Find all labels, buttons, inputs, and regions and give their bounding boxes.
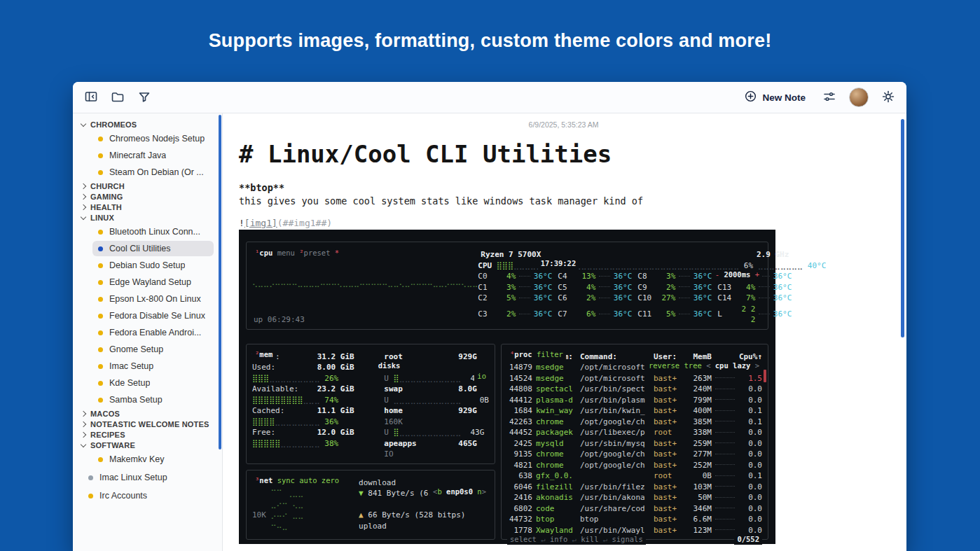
toolbar: New Note	[73, 82, 906, 113]
sidebar-toggle-button[interactable]	[84, 90, 98, 106]
tree-row[interactable]: MACOS	[73, 409, 222, 419]
tree-row[interactable]: GAMING	[73, 192, 222, 202]
note-heading[interactable]: # Linux/Cool CLI Utilities	[239, 140, 888, 168]
cpu-core-cell: C0 4% 36°C	[478, 271, 552, 282]
note-color-dot	[98, 347, 103, 352]
cpu-core-cell: C4 13% 36°C	[558, 271, 632, 282]
sliders-icon	[822, 90, 836, 106]
btop-mem-box: ²mem disks io Total: 31.2 GiBUsed: 8.00 …	[246, 344, 495, 464]
tree-row[interactable]: Imac Linux Setup	[83, 470, 214, 485]
chevron-icon	[81, 204, 86, 210]
note-color-dot	[98, 297, 103, 302]
tree-row[interactable]: HEALTH	[73, 202, 222, 212]
folders-button[interactable]	[111, 90, 125, 106]
tree-row[interactable]: Edge Wayland Setup	[92, 274, 214, 290]
note-color-dot	[88, 475, 93, 480]
tree-row[interactable]: Makemkv Key	[92, 452, 214, 467]
markdown-image-ref: (##img1##)	[277, 218, 332, 228]
settings-button[interactable]	[881, 90, 895, 106]
tree-row-label: Fedora Disable Se Linux	[109, 311, 205, 321]
tree-row-label: NOTEASTIC WELCOME NOTES	[90, 420, 209, 428]
proc-box-title: ⁴proc filter	[507, 349, 566, 361]
filter-button[interactable]	[137, 90, 151, 106]
note-color-dot	[98, 280, 103, 285]
markdown-bang: !	[239, 218, 244, 228]
note-color-dot	[98, 263, 103, 268]
process-row: 6802 code /usr/share/cod bast+ 346M 0.0	[507, 503, 762, 515]
cpu-core-cell: C7 6% 36°C	[558, 304, 632, 326]
tree-row-label: Debian Sudo Setup	[109, 260, 185, 270]
process-row: 2425 mysqld /usr/sbin/mysq bast+ 259M 0.…	[507, 438, 762, 449]
process-row: 44412 plasma-d /usr/bin/plasm bast+ 799M…	[507, 395, 762, 406]
tree-row-label: HEALTH	[90, 203, 122, 211]
chevron-icon	[81, 442, 86, 447]
tree-row[interactable]: NOTEASTIC WELCOME NOTES	[73, 419, 222, 429]
tree-row-label: Cool Cli Utilities	[109, 244, 171, 253]
cpu-history-graph: ⠢⠤⠤⠔⠒⠒⠒⠒⠤⠤⠤⠤⠒⠒⠒⠢⠤⠤⠤⠒⠒⠒⠒⠒⠤⠤⠢⠤⠒⠒⠒⠒⠤⠤⠔⠒⠒⠢⠤⠤	[252, 280, 478, 291]
tree-row[interactable]: LINUX	[73, 213, 222, 223]
editor-scrollbar[interactable]	[901, 119, 904, 337]
note-bold-line[interactable]: **btop**	[239, 182, 888, 193]
btop-cpu-box: ¹cpu menu ²preset * 17:39:22 - 2000ms + …	[246, 242, 768, 330]
note-color-dot	[98, 398, 103, 403]
proc-footer: select ↵ info ↵ kill ↵ signals 0/552	[507, 534, 762, 545]
new-note-label: New Note	[762, 92, 806, 103]
note-timestamp: 6/9/2025, 5:35:23 AM	[239, 120, 888, 129]
tree-row[interactable]: Bluetooth Linux Conn...	[92, 224, 214, 239]
tree-row[interactable]: SOFTWARE	[73, 440, 222, 450]
promo-banner: Supports images, formatting, custom them…	[0, 0, 980, 82]
note-image-markdown[interactable]: ![img1](##img1##)	[239, 218, 888, 228]
btop-clock: 17:39:22	[538, 258, 579, 270]
tree-row[interactable]: Cool Cli Utilities	[92, 241, 214, 256]
tree-row-label: Gnome Setup	[109, 344, 163, 354]
tree-row[interactable]: CHURCH	[73, 181, 222, 191]
tree-row-label: Samba Setup	[109, 395, 163, 405]
process-row: 6046 filezill /usr/bin/filez bast+ 103M …	[507, 482, 762, 493]
tree-row[interactable]: Irc Accounts	[83, 488, 214, 503]
tree-row[interactable]: Samba Setup	[92, 392, 214, 407]
tree-row[interactable]: Chromeos Nodejs Setup	[92, 131, 214, 146]
notes-tree: CHROMEOS Chromeos Nodejs Setup Minecraft…	[73, 113, 222, 503]
tree-row[interactable]: Fedora Enable Androi...	[92, 325, 214, 340]
tree-row[interactable]: Imac Setup	[92, 358, 214, 374]
banner-text: Supports images, formatting, custom them…	[209, 30, 772, 52]
markdown-image-link[interactable]: [img1]	[244, 218, 277, 228]
note-color-dot	[98, 364, 103, 369]
tree-row[interactable]: Debian Sudo Setup	[92, 258, 214, 273]
cpu-core-cell: C1 3% 36°C	[478, 282, 552, 293]
tree-row-label: Kde Setup	[109, 378, 150, 388]
note-color-dot	[98, 381, 103, 386]
note-color-dot	[98, 153, 103, 158]
tree-row[interactable]: RECIPES	[73, 430, 222, 440]
process-row: 4821 chrome /opt/google/ch bast+ 252M 0.…	[507, 460, 762, 471]
tree-row[interactable]: CHROMEOS	[73, 120, 222, 130]
sidebar-scrollbar[interactable]	[219, 115, 221, 449]
tree-row[interactable]: Kde Setup	[92, 375, 214, 391]
tree-row[interactable]: Epson Lx-800 On Linux	[92, 291, 214, 307]
chevron-icon	[81, 432, 86, 438]
avatar[interactable]	[849, 88, 869, 107]
cpu-core-cell: C9 2% 36°C	[637, 282, 712, 293]
net-box-title: ³net sync auto zero	[252, 475, 342, 487]
tree-row-label: Epson Lx-800 On Linux	[109, 294, 201, 304]
uptime-label: up 06:29:43	[254, 314, 305, 326]
btop-screenshot-image: ¹cpu menu ²preset * 17:39:22 - 2000ms + …	[239, 230, 775, 544]
note-body-line[interactable]: this gives you some cool system stats li…	[239, 195, 888, 207]
note-color-dot	[98, 230, 103, 235]
tree-row[interactable]: Minecraft Java	[92, 148, 214, 163]
tree-row-label: Fedora Enable Androi...	[109, 328, 201, 337]
btop-proc-box: ⁴proc filter reverse tree < cpu lazy > P…	[501, 344, 768, 540]
btop-net-box: ³net sync auto zero <b enp0s0 n> 10K ⢀⣀⡀…	[246, 470, 495, 540]
net-speeds: download▼ 841 Byte/s (6.57 Kibps) ▲ 66 B…	[359, 477, 489, 532]
gear-icon	[881, 90, 895, 106]
tree-row[interactable]: Steam On Debian (Or ...	[92, 165, 214, 180]
chevron-icon	[81, 183, 86, 189]
display-options-button[interactable]	[822, 90, 836, 106]
note-editor[interactable]: 6/9/2025, 5:35:23 AM # Linux/Cool CLI Ut…	[223, 113, 905, 544]
note-color-dot	[98, 314, 103, 319]
cpu-core-cell: C10 27% 36°C	[637, 293, 712, 304]
new-note-button[interactable]: New Note	[740, 89, 810, 106]
tree-row[interactable]: Fedora Disable Se Linux	[92, 308, 214, 323]
tree-row[interactable]: Gnome Setup	[92, 342, 214, 357]
net-interface-label: <b enp0s0 n>	[430, 487, 489, 498]
